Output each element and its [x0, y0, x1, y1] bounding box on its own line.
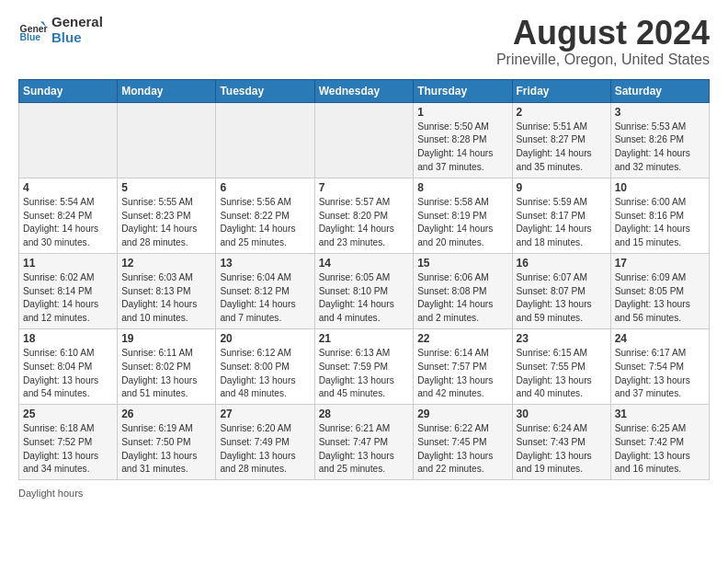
calendar-cell: 20Sunrise: 6:12 AM Sunset: 8:00 PM Dayli…: [216, 328, 314, 404]
calendar-cell: 6Sunrise: 5:56 AM Sunset: 8:22 PM Daylig…: [216, 178, 314, 253]
col-header-friday: Friday: [512, 79, 610, 102]
day-info: Sunrise: 6:21 AM Sunset: 7:47 PM Dayligh…: [319, 422, 410, 477]
calendar-cell: 28Sunrise: 6:21 AM Sunset: 7:47 PM Dayli…: [314, 405, 414, 480]
calendar-cell: 24Sunrise: 6:17 AM Sunset: 7:54 PM Dayli…: [610, 328, 709, 404]
logo-text: General Blue: [51, 15, 103, 45]
logo-icon: General Blue: [18, 16, 48, 45]
col-header-saturday: Saturday: [610, 79, 709, 102]
calendar-cell: [216, 102, 314, 178]
day-info: Sunrise: 6:19 AM Sunset: 7:50 PM Dayligh…: [121, 422, 211, 477]
calendar-cell: 19Sunrise: 6:11 AM Sunset: 8:02 PM Dayli…: [118, 328, 216, 404]
calendar-cell: 30Sunrise: 6:24 AM Sunset: 7:43 PM Dayli…: [512, 405, 610, 480]
calendar-header-row: SundayMondayTuesdayWednesdayThursdayFrid…: [19, 79, 710, 102]
day-number: 6: [220, 181, 310, 194]
calendar-cell: 9Sunrise: 5:59 AM Sunset: 8:17 PM Daylig…: [512, 178, 610, 253]
day-number: 21: [319, 332, 410, 345]
day-info: Sunrise: 5:58 AM Sunset: 8:19 PM Dayligh…: [417, 196, 507, 250]
calendar-table: SundayMondayTuesdayWednesdayThursdayFrid…: [18, 79, 710, 481]
calendar-cell: 16Sunrise: 6:07 AM Sunset: 8:07 PM Dayli…: [512, 253, 610, 328]
day-number: 10: [615, 181, 705, 194]
calendar-cell: 8Sunrise: 5:58 AM Sunset: 8:19 PM Daylig…: [414, 178, 512, 253]
day-info: Sunrise: 6:13 AM Sunset: 7:59 PM Dayligh…: [319, 347, 410, 401]
day-info: Sunrise: 6:14 AM Sunset: 7:57 PM Dayligh…: [417, 347, 507, 401]
day-number: 31: [615, 408, 705, 420]
calendar-cell: 2Sunrise: 5:51 AM Sunset: 8:27 PM Daylig…: [512, 102, 610, 178]
day-number: 18: [23, 332, 113, 345]
day-number: 27: [220, 408, 310, 420]
calendar-week-2: 4Sunrise: 5:54 AM Sunset: 8:24 PM Daylig…: [19, 178, 710, 253]
day-number: 30: [517, 408, 607, 420]
title-area: August 2024 Prineville, Oregon, United S…: [496, 15, 710, 68]
day-info: Sunrise: 6:11 AM Sunset: 8:02 PM Dayligh…: [121, 347, 211, 401]
day-info: Sunrise: 5:56 AM Sunset: 8:22 PM Dayligh…: [220, 196, 310, 250]
day-number: 11: [23, 257, 113, 270]
calendar-cell: 22Sunrise: 6:14 AM Sunset: 7:57 PM Dayli…: [414, 328, 512, 404]
day-info: Sunrise: 6:00 AM Sunset: 8:16 PM Dayligh…: [615, 196, 705, 250]
day-info: Sunrise: 6:25 AM Sunset: 7:42 PM Dayligh…: [615, 422, 705, 477]
calendar-cell: 12Sunrise: 6:03 AM Sunset: 8:13 PM Dayli…: [118, 253, 216, 328]
calendar-cell: 27Sunrise: 6:20 AM Sunset: 7:49 PM Dayli…: [216, 405, 314, 480]
logo-blue: Blue: [51, 30, 103, 46]
calendar-cell: 29Sunrise: 6:22 AM Sunset: 7:45 PM Dayli…: [414, 405, 512, 480]
calendar-cell: 3Sunrise: 5:53 AM Sunset: 8:26 PM Daylig…: [610, 102, 709, 178]
day-info: Sunrise: 6:07 AM Sunset: 8:07 PM Dayligh…: [517, 271, 607, 326]
day-info: Sunrise: 5:55 AM Sunset: 8:23 PM Dayligh…: [121, 196, 211, 250]
daylight-hours-label: Daylight hours: [18, 488, 83, 499]
calendar-cell: 4Sunrise: 5:54 AM Sunset: 8:24 PM Daylig…: [19, 178, 118, 253]
day-number: 13: [220, 257, 310, 270]
day-number: 14: [319, 257, 410, 270]
day-info: Sunrise: 6:20 AM Sunset: 7:49 PM Dayligh…: [220, 422, 310, 477]
day-info: Sunrise: 5:59 AM Sunset: 8:17 PM Dayligh…: [517, 196, 607, 250]
calendar-cell: [118, 102, 216, 178]
calendar-cell: 13Sunrise: 6:04 AM Sunset: 8:12 PM Dayli…: [216, 253, 314, 328]
day-info: Sunrise: 6:17 AM Sunset: 7:54 PM Dayligh…: [615, 347, 705, 401]
page-header: General Blue General Blue August 2024 Pr…: [18, 15, 710, 68]
calendar-cell: [19, 102, 118, 178]
day-number: 8: [417, 181, 507, 194]
page-subtitle: Prineville, Oregon, United States: [496, 52, 710, 68]
svg-text:Blue: Blue: [20, 32, 41, 42]
day-info: Sunrise: 6:09 AM Sunset: 8:05 PM Dayligh…: [615, 271, 705, 326]
day-info: Sunrise: 5:54 AM Sunset: 8:24 PM Dayligh…: [23, 196, 113, 250]
calendar-cell: [314, 102, 414, 178]
day-info: Sunrise: 6:04 AM Sunset: 8:12 PM Dayligh…: [220, 271, 310, 326]
day-number: 20: [220, 332, 310, 345]
day-number: 29: [417, 408, 507, 420]
calendar-week-5: 25Sunrise: 6:18 AM Sunset: 7:52 PM Dayli…: [19, 405, 710, 480]
calendar-cell: 14Sunrise: 6:05 AM Sunset: 8:10 PM Dayli…: [314, 253, 414, 328]
day-info: Sunrise: 5:57 AM Sunset: 8:20 PM Dayligh…: [319, 196, 410, 250]
calendar-cell: 31Sunrise: 6:25 AM Sunset: 7:42 PM Dayli…: [610, 405, 709, 480]
calendar-cell: 15Sunrise: 6:06 AM Sunset: 8:08 PM Dayli…: [414, 253, 512, 328]
day-number: 5: [121, 181, 211, 194]
day-number: 24: [615, 332, 705, 345]
col-header-tuesday: Tuesday: [216, 79, 314, 102]
day-number: 26: [121, 408, 211, 420]
day-number: 3: [615, 106, 705, 119]
calendar-cell: 25Sunrise: 6:18 AM Sunset: 7:52 PM Dayli…: [19, 405, 118, 480]
day-number: 28: [319, 408, 410, 420]
day-info: Sunrise: 5:53 AM Sunset: 8:26 PM Dayligh…: [615, 121, 705, 175]
col-header-thursday: Thursday: [414, 79, 512, 102]
calendar-cell: 26Sunrise: 6:19 AM Sunset: 7:50 PM Dayli…: [118, 405, 216, 480]
day-number: 12: [121, 257, 211, 270]
day-info: Sunrise: 6:06 AM Sunset: 8:08 PM Dayligh…: [417, 271, 507, 326]
day-number: 17: [615, 257, 705, 270]
day-number: 16: [517, 257, 607, 270]
logo: General Blue General Blue: [18, 15, 103, 45]
calendar-cell: 7Sunrise: 5:57 AM Sunset: 8:20 PM Daylig…: [314, 178, 414, 253]
day-info: Sunrise: 6:10 AM Sunset: 8:04 PM Dayligh…: [23, 347, 113, 401]
calendar-week-1: 1Sunrise: 5:50 AM Sunset: 8:28 PM Daylig…: [19, 102, 710, 178]
day-number: 7: [319, 181, 410, 194]
col-header-wednesday: Wednesday: [314, 79, 414, 102]
page-title: August 2024: [496, 15, 710, 52]
day-number: 25: [23, 408, 113, 420]
day-number: 2: [517, 106, 607, 119]
col-header-monday: Monday: [118, 79, 216, 102]
day-info: Sunrise: 6:24 AM Sunset: 7:43 PM Dayligh…: [517, 422, 607, 477]
day-number: 19: [121, 332, 211, 345]
calendar-cell: 11Sunrise: 6:02 AM Sunset: 8:14 PM Dayli…: [19, 253, 118, 328]
calendar-week-3: 11Sunrise: 6:02 AM Sunset: 8:14 PM Dayli…: [19, 253, 710, 328]
logo-general: General: [51, 15, 103, 30]
day-info: Sunrise: 6:02 AM Sunset: 8:14 PM Dayligh…: [23, 271, 113, 326]
calendar-cell: 10Sunrise: 6:00 AM Sunset: 8:16 PM Dayli…: [610, 178, 709, 253]
